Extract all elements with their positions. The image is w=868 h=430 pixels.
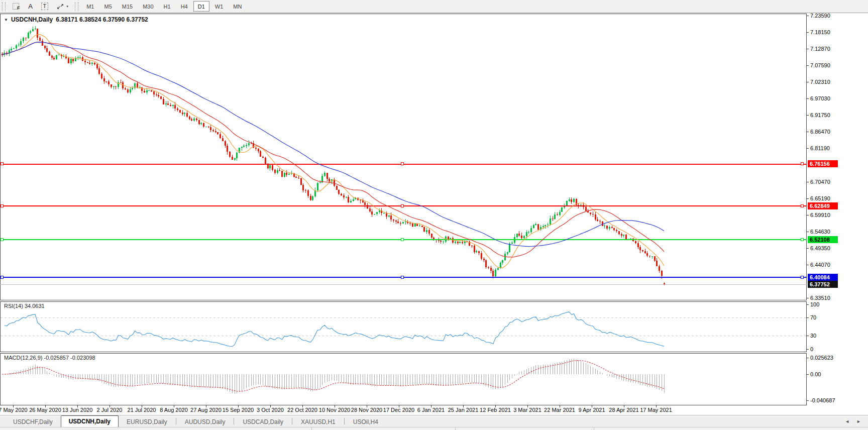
timeframe-button-H4[interactable]: H4 (176, 1, 192, 12)
hline-price-tag: 6.40084 (808, 274, 838, 281)
toolbar-grip-icon[interactable] (75, 2, 78, 11)
grid-icon (13, 3, 19, 10)
price-axis-label: 6.49350 (810, 245, 830, 251)
chart-tab-usdcad[interactable]: USDCAD,Daily (235, 416, 291, 427)
arrows-icon (56, 3, 64, 10)
timeframe-button-H1[interactable]: H1 (159, 1, 175, 12)
timeframe-button-D1[interactable]: D1 (193, 1, 209, 12)
hline-price-tag: 6.76156 (808, 160, 838, 167)
chart-background[interactable] (0, 13, 868, 415)
timeframe-button-M15[interactable]: M15 (118, 1, 137, 12)
timeframe-button-W1[interactable]: W1 (210, 1, 228, 12)
mt4-window: F A T ▼ M1M5M15M30H1H4D1W1MN ▼ USDCNH,Da… (0, 0, 868, 430)
tab-separator (292, 418, 292, 424)
status-cell (0, 427, 312, 430)
price-axis-label: 7.18150 (810, 29, 830, 35)
rsi-axis-label: 30 (810, 333, 816, 339)
timeframe-button-M30[interactable]: M30 (138, 1, 158, 12)
rsi-axis-label: 70 (810, 314, 816, 320)
tabs-holder: USDCHF,DailyUSDCNH,DailyEURUSD,DailyAUDU… (5, 415, 386, 427)
timeframe-button-MN[interactable]: MN (229, 1, 246, 12)
price-axis-label: 6.33510 (810, 295, 830, 301)
macd-axis-label: 0.00 (810, 371, 821, 377)
price-axis-label: 7.07590 (810, 62, 830, 68)
text-a-icon: A (28, 3, 33, 10)
chart-tab-usoil[interactable]: USOil,H4 (345, 416, 386, 427)
macd-axis-label: -0.040687 (810, 397, 835, 403)
collapse-indicator-icon[interactable]: ▼ (4, 18, 8, 22)
timeframe-button-M5[interactable]: M5 (99, 1, 116, 12)
bid-price-tag: 6.37752 (808, 281, 838, 288)
text-t-icon: T (41, 3, 49, 10)
price-axis-label: 6.54630 (810, 229, 830, 235)
price-axis-label: 6.86470 (810, 129, 830, 135)
toolbar-grip-icon[interactable] (2, 2, 6, 11)
tab-separator (344, 418, 345, 424)
chart-title: ▼ USDCNH,Daily 6.38171 6.38524 6.37590 6… (4, 16, 148, 23)
price-axis-label: 6.44070 (810, 262, 830, 268)
status-cell (312, 427, 456, 430)
toolbar: F A T ▼ M1M5M15M30H1H4D1W1MN (0, 0, 868, 13)
rsi-axis-label: 100 (810, 301, 819, 307)
chart-tab-xauusd[interactable]: XAUUSD,H1 (293, 416, 344, 427)
rsi-label: RSI(14) 34.0631 (4, 303, 45, 309)
hline-price-tag: 6.52108 (808, 236, 838, 243)
price-axis-label: 6.91750 (810, 112, 830, 118)
price-axis-label: 7.23590 (810, 13, 830, 19)
price-axis-label: 6.65190 (810, 195, 830, 201)
objects-grid-button[interactable]: F (9, 1, 24, 12)
symbol-period-label: USDCNH,Daily (11, 16, 53, 23)
arrows-tool-button[interactable]: ▼ (53, 1, 72, 12)
date-label: 17 May 2021 (635, 407, 677, 413)
tab-scroll-buttons: ◄ ► (845, 419, 861, 424)
chart-tab-usdcnh[interactable]: USDCNH,Daily (61, 415, 119, 427)
tab-scroll-left-icon[interactable]: ◄ (845, 419, 849, 424)
price-axis-label: 7.02310 (810, 79, 830, 85)
price-axis-label: 6.97030 (810, 95, 830, 101)
dropdown-caret-icon: ▼ (66, 5, 69, 8)
macd-label: MACD(12,26,9) -0.025857 -0.023098 (4, 355, 95, 361)
price-axis-label: 6.70470 (810, 179, 830, 185)
chart-tab-usdchf[interactable]: USDCHF,Daily (5, 416, 61, 427)
timeframe-group: M1M5M15M30H1H4D1W1MN (81, 1, 247, 12)
text-label-button[interactable]: A (25, 1, 37, 12)
status-cell (456, 427, 594, 430)
chart-tab-audusd[interactable]: AUDUSD,Daily (177, 416, 234, 427)
price-axis-label: 6.81190 (810, 145, 830, 151)
hline-price-tag: 6.62849 (808, 202, 838, 209)
tab-separator (234, 418, 234, 424)
timeframe-button-M1[interactable]: M1 (82, 1, 98, 12)
price-axis-label: 7.12870 (810, 46, 830, 52)
chart-tab-eurusd[interactable]: EURUSD,Daily (119, 416, 175, 427)
macd-axis-label: 0.025623 (810, 355, 833, 361)
status-bar (0, 427, 868, 430)
price-axis-label: 6.59910 (810, 212, 830, 218)
tab-separator (176, 418, 176, 424)
ohlc-values: 6.38171 6.38524 6.37590 6.37752 (56, 16, 148, 23)
chart-tab-bar: USDCHF,DailyUSDCNH,DailyEURUSD,DailyAUDU… (0, 415, 868, 427)
tab-scroll-right-icon[interactable]: ► (856, 419, 861, 424)
text-box-button[interactable]: T (38, 1, 52, 12)
rsi-axis-label: 0 (810, 346, 813, 352)
